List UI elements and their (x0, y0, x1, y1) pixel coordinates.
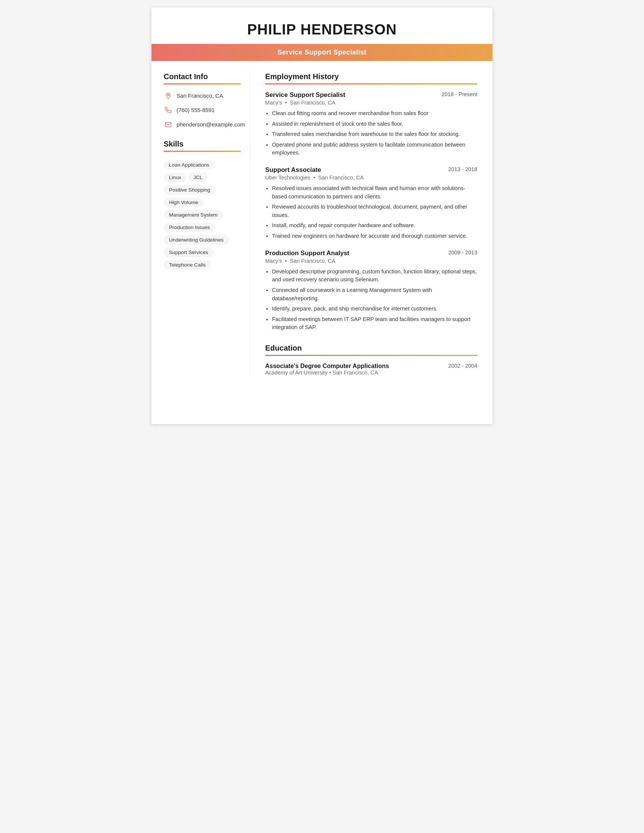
job-header: Service Support Specialist2018 - Present (265, 91, 477, 99)
job-dates: 2009 - 2013 (448, 249, 477, 256)
skill-tag: Production Issues (164, 223, 215, 232)
sidebar: Contact Info San Francisco, CA (151, 72, 250, 376)
job-bullet: Identify, prepare, pack, and ship mercha… (272, 305, 477, 313)
resume-container: PHILIP HENDERSON Service Support Special… (151, 8, 493, 424)
contact-location-text: San Francisco, CA (177, 93, 223, 99)
candidate-name: PHILIP HENDERSON (159, 21, 485, 38)
employment-divider (265, 83, 477, 84)
contact-email-item: phenderson@example.com (164, 120, 241, 129)
contact-location-item: San Francisco, CA (164, 91, 241, 100)
phone-icon (164, 106, 173, 115)
contact-phone-item: (760) 555-8591 (164, 106, 241, 115)
skill-tag: Loan Applications (164, 160, 215, 170)
contact-phone-text: (760) 555-8591 (177, 107, 215, 113)
body-layout: Contact Info San Francisco, CA (151, 61, 493, 387)
svg-point-0 (167, 94, 169, 96)
job-item: Service Support Specialist2018 - Present… (265, 91, 477, 157)
jobs-container: Service Support Specialist2018 - Present… (265, 91, 477, 332)
job-bullet: Trained new engineers on hardware for ac… (272, 232, 477, 240)
email-icon (164, 120, 173, 129)
job-bullet: Reviewed accounts to troubleshoot techno… (272, 203, 477, 219)
candidate-title: Service Support Specialist (278, 48, 367, 56)
job-bullet: Transferred sales merchandise from wareh… (272, 130, 477, 138)
job-bullet: Facilitated meetings between IT SAP ERP … (272, 315, 477, 332)
education-divider (265, 355, 477, 356)
skills-section-title: Skills (164, 140, 241, 148)
skill-tag: Management System (164, 210, 223, 220)
title-bar: Service Support Specialist (151, 44, 493, 61)
edu-dates: 2002 - 2004 (448, 363, 477, 369)
job-bullet: Assisted in replenishment of stock onto … (272, 120, 477, 129)
edu-item: Associate's Degree Computer Applications… (265, 363, 477, 376)
contact-divider (164, 83, 241, 84)
job-dates: 2013 - 2018 (448, 166, 477, 172)
job-bullets-list: Clean out fitting rooms and recover merc… (265, 109, 477, 157)
job-bullet: Clean out fitting rooms and recover merc… (272, 109, 477, 118)
skill-tag: JCL (188, 173, 208, 182)
job-company: Macy's • San Francisco, CA (265, 258, 477, 264)
job-bullet: Install, modify, and repair computer har… (272, 222, 477, 230)
skill-tag: Support Services (164, 248, 214, 257)
employment-section: Employment History Service Support Speci… (265, 72, 477, 332)
job-header: Production Support Analyst2009 - 2013 (265, 249, 477, 257)
skill-tag: Positive Shopping (164, 185, 216, 195)
job-bullet: Developed descriptive programming, custo… (272, 268, 477, 284)
job-bullets-list: Resolved issues associated with technica… (265, 184, 477, 240)
job-item: Production Support Analyst2009 - 2013Mac… (265, 249, 477, 332)
job-company: Uber Technologies • San Francisco, CA (265, 175, 477, 181)
skills-tags-container: Loan ApplicationsLinuxJCLPositive Shoppi… (164, 159, 241, 271)
job-title: Service Support Specialist (265, 91, 346, 99)
job-title: Support Associate (265, 166, 321, 174)
edu-degree: Associate's Degree Computer Applications (265, 363, 389, 370)
skills-section: Skills Loan ApplicationsLinuxJCLPositive… (164, 140, 241, 271)
main-content: Employment History Service Support Speci… (250, 72, 493, 376)
job-item: Support Associate2013 - 2018Uber Technol… (265, 166, 477, 240)
skill-tag: High Volume (164, 198, 203, 207)
contact-email-text: phenderson@example.com (177, 122, 245, 128)
svg-rect-1 (166, 122, 171, 127)
edu-container: Associate's Degree Computer Applications… (265, 363, 477, 376)
job-bullet: Operated phone and public address system… (272, 141, 477, 157)
header-section: PHILIP HENDERSON (151, 8, 493, 38)
skill-tag: Telephone Calls (164, 260, 211, 270)
employment-section-title: Employment History (265, 72, 477, 81)
location-icon (164, 91, 173, 100)
contact-section: Contact Info San Francisco, CA (164, 72, 241, 129)
job-title: Production Support Analyst (265, 249, 349, 257)
edu-school: Academy of Art University • San Francisc… (265, 370, 477, 376)
skill-tag: Linux (164, 173, 187, 182)
skills-divider (164, 151, 241, 152)
job-bullet: Resolved issues associated with technica… (272, 184, 477, 201)
education-section-title: Education (265, 344, 477, 352)
job-bullet: Connected all coursework in a Learning M… (272, 286, 477, 302)
job-bullets-list: Developed descriptive programming, custo… (265, 268, 477, 332)
job-company: Macy's • San Francisco, CA (265, 100, 477, 106)
contact-section-title: Contact Info (164, 72, 241, 81)
education-section: Education Associate's Degree Computer Ap… (265, 344, 477, 376)
skill-tag: Underwriting Guidelines (164, 235, 229, 244)
job-header: Support Associate2013 - 2018 (265, 166, 477, 174)
job-dates: 2018 - Present (442, 91, 477, 97)
edu-header: Associate's Degree Computer Applications… (265, 363, 477, 370)
